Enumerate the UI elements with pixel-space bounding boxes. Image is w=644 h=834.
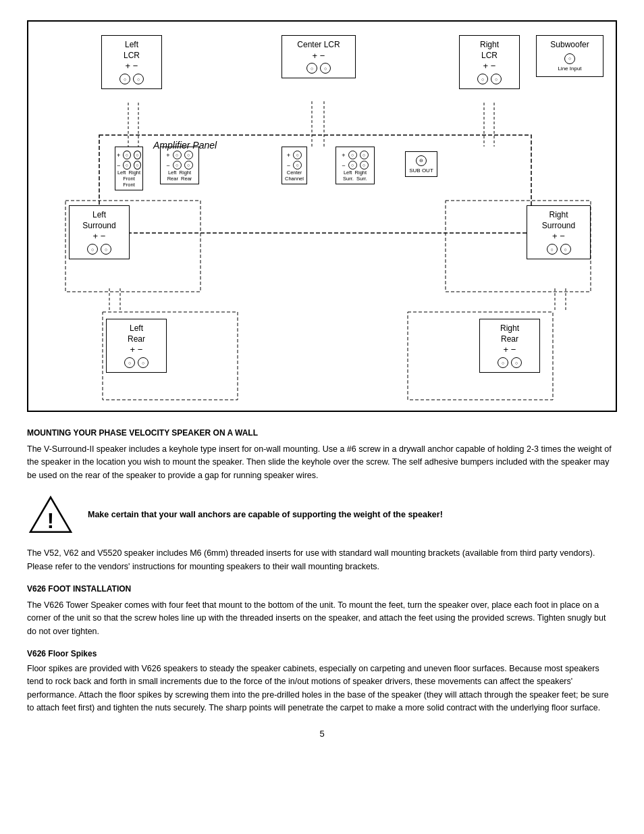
- lr-label: Left RightRear Rear: [162, 170, 197, 182]
- left-front-channel: + ○ ○ − ○ ○ Left RightFront Front: [115, 147, 143, 190]
- right-rear-term-row: ○ ○: [485, 357, 534, 368]
- lr-neg: ○: [173, 161, 182, 170]
- v626-foot-text: The V626 Tower Speaker comes with four f…: [27, 599, 617, 638]
- rrear-pos: ○: [498, 357, 508, 368]
- right-lcr-pos-terminal: ○: [477, 74, 488, 84]
- rs-neg: ○: [560, 244, 571, 255]
- subwoofer-box: Subwoofer ○ Line Input: [536, 35, 603, 77]
- right-surround-box: RightSurround + − ○ ○: [527, 205, 591, 259]
- left-surround-terminals: + −: [75, 231, 124, 242]
- surround-channel: + ○ ○ − ○ ○ Left RightSurr. Surr.: [336, 147, 375, 184]
- center-lcr-title: Center LCR: [288, 40, 350, 51]
- cc-neg: ○: [293, 161, 302, 170]
- lr-neg2: ○: [184, 161, 193, 170]
- right-lcr-term-row: ○ ○: [465, 74, 514, 84]
- subwoofer-title: Subwoofer: [542, 40, 597, 51]
- left-lcr-title: LeftLCR: [107, 40, 156, 61]
- center-lcr-terminals: + −: [288, 51, 350, 62]
- sc-minus-row: − ○ ○: [338, 161, 373, 170]
- left-surround-box: LeftSurround + − ○ ○: [69, 205, 130, 259]
- center-lcr-neg-terminal: ○: [320, 63, 331, 74]
- cc-pos: ○: [293, 151, 302, 159]
- right-surround-terminals: + −: [533, 231, 585, 242]
- center-lcr-box: Center LCR + − ○ ○: [281, 35, 356, 78]
- lr-pos2: ○: [184, 151, 193, 159]
- left-rear-terminals: + −: [112, 344, 161, 356]
- sc-plus-row: + ○ ○: [338, 151, 373, 159]
- left-right-rear-channel: + ○ ○ − ○ ○ Left RightRear Rear: [160, 147, 199, 184]
- mounting-text: The V-Surround-II speaker includes a key…: [27, 443, 617, 482]
- cc-label: CenterChannel: [284, 170, 305, 182]
- left-lcr-neg-terminal: ○: [133, 74, 144, 84]
- page-number: 5: [27, 729, 617, 739]
- lf-pos: ○: [123, 151, 130, 159]
- mounting-heading: MOUNTING YOUR PHASE VELOCITY SPEAKER ON …: [27, 428, 617, 438]
- center-lcr-term-row: ○ ○: [288, 63, 350, 74]
- v626-foot-section: V626 FOOT INSTALLATION The V626 Tower Sp…: [27, 584, 617, 638]
- line-input-label: Line Input: [542, 66, 597, 72]
- lrear-pos: ○: [124, 357, 135, 368]
- svg-text:!: !: [47, 509, 54, 533]
- ls-pos: ○: [87, 244, 98, 255]
- sc-pos2: ○: [360, 151, 369, 159]
- right-surround-title: RightSurround: [533, 210, 585, 231]
- left-lcr-pos-terminal: ○: [119, 74, 130, 84]
- warning-box: ! Make certain that your wall anchors ar…: [27, 494, 617, 535]
- lf-plus-row: + ○ ○: [117, 151, 141, 159]
- sub-terminal: ⊖: [416, 155, 427, 166]
- cc-plus-row: + ○: [284, 151, 305, 159]
- center-channel: + ○ − ○ CenterChannel: [281, 147, 307, 184]
- left-rear-box: LeftRear + − ○ ○: [106, 319, 167, 373]
- ls-neg: ○: [101, 244, 111, 255]
- right-rear-box: RightRear + − ○ ○: [479, 319, 540, 373]
- left-rear-term-row: ○ ○: [112, 357, 161, 368]
- subwoofer-terminal: ○: [564, 53, 575, 64]
- floor-spikes-heading: V626 Floor Spikes: [27, 649, 617, 658]
- left-lcr-term-row: ○ ○: [107, 74, 156, 84]
- right-lcr-box: RightLCR + − ○ ○: [459, 35, 520, 89]
- sc-neg: ○: [348, 161, 357, 170]
- floor-spikes-section: V626 Floor Spikes Floor spikes are provi…: [27, 649, 617, 715]
- sc-neg2: ○: [360, 161, 369, 170]
- lr-minus-row: − ○ ○: [162, 161, 197, 170]
- right-surround-term-row: ○ ○: [533, 244, 585, 255]
- center-lcr-pos-terminal: ○: [306, 63, 317, 74]
- sub-out-label: SUB OUT: [407, 167, 435, 174]
- left-lcr-box: LeftLCR + − ○ ○: [101, 35, 162, 89]
- v626-foot-heading: V626 FOOT INSTALLATION: [27, 584, 617, 594]
- right-rear-title: RightRear: [485, 323, 534, 344]
- lf-minus-row: − ○ ○: [117, 161, 141, 170]
- right-lcr-neg-terminal: ○: [491, 74, 502, 84]
- right-lcr-title: RightLCR: [465, 40, 514, 61]
- subwoofer-term-row: ○: [542, 53, 597, 64]
- lr-plus-row: + ○ ○: [162, 151, 197, 159]
- lf-neg2: ○: [134, 161, 141, 170]
- left-surround-term-row: ○ ○: [75, 244, 124, 255]
- rs-pos: ○: [547, 244, 558, 255]
- sc-label: Left RightSurr. Surr.: [338, 170, 373, 182]
- cc-minus-row: − ○: [284, 161, 305, 170]
- left-surround-title: LeftSurround: [75, 210, 124, 231]
- page: LeftLCR + − ○ ○ Center LCR + − ○ ○ Right…: [0, 0, 644, 759]
- mounting-section: MOUNTING YOUR PHASE VELOCITY SPEAKER ON …: [27, 428, 617, 573]
- right-lcr-terminals: + −: [465, 61, 514, 72]
- sub-term-row: ⊖: [407, 155, 435, 166]
- rrear-neg: ○: [511, 357, 522, 368]
- lf-pos2: ○: [134, 151, 141, 159]
- floor-spikes-text: Floor spikes are provided with V626 spea…: [27, 662, 617, 715]
- sub-out-channel: ⊖ SUB OUT: [405, 151, 437, 177]
- wiring-diagram: LeftLCR + − ○ ○ Center LCR + − ○ ○ Right…: [27, 20, 617, 412]
- lf-neg: ○: [123, 161, 130, 170]
- warning-triangle-icon: !: [27, 494, 74, 535]
- lrear-neg: ○: [138, 357, 149, 368]
- right-rear-terminals: + −: [485, 344, 534, 356]
- left-rear-title: LeftRear: [112, 323, 161, 344]
- left-lcr-terminals: + −: [107, 61, 156, 72]
- lf-label: Left RightFront Front: [117, 170, 141, 188]
- mounting-text-2: The V52, V62 and V5520 speaker includes …: [27, 547, 617, 573]
- warning-text: Make certain that your wall anchors are …: [88, 510, 443, 519]
- sc-pos: ○: [348, 151, 357, 159]
- lr-pos: ○: [173, 151, 182, 159]
